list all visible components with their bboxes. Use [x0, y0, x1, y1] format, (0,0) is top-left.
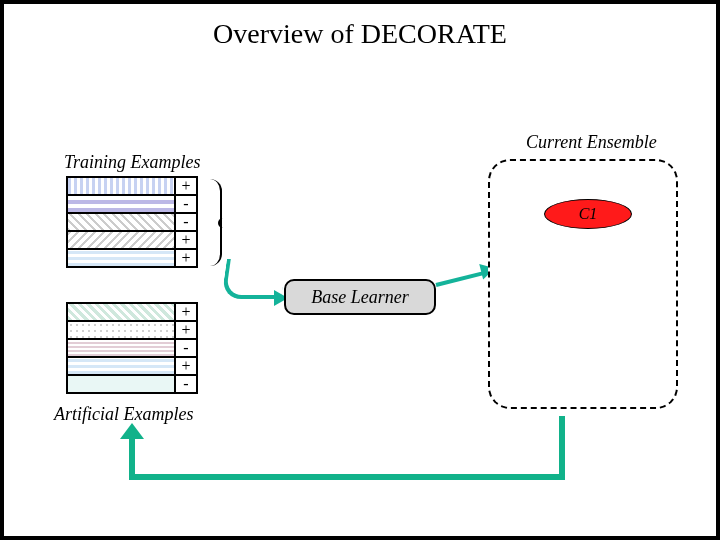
- sign-cell: +: [175, 303, 197, 321]
- return-arrow-segment-icon: [559, 416, 565, 480]
- pattern-cell: [67, 303, 175, 321]
- current-ensemble-label: Current Ensemble: [526, 132, 657, 153]
- sign-cell: +: [175, 249, 197, 267]
- return-arrow-head-icon: [120, 423, 144, 439]
- pattern-cell: [67, 195, 175, 213]
- sign-cell: +: [175, 357, 197, 375]
- table-row: +: [67, 177, 197, 195]
- ensemble-container: [488, 159, 678, 409]
- sign-cell: -: [175, 375, 197, 393]
- return-arrow-segment-icon: [129, 436, 135, 480]
- pattern-cell: [67, 249, 175, 267]
- base-learner-box: Base Learner: [284, 279, 436, 315]
- return-arrow-segment-icon: [129, 474, 565, 480]
- sign-cell: -: [175, 195, 197, 213]
- table-row: +: [67, 249, 197, 267]
- sign-cell: +: [175, 177, 197, 195]
- page-title: Overview of DECORATE: [4, 18, 716, 50]
- sign-cell: -: [175, 213, 197, 231]
- sign-cell: +: [175, 231, 197, 249]
- table-row: -: [67, 375, 197, 393]
- sign-cell: +: [175, 321, 197, 339]
- training-examples-label: Training Examples: [64, 152, 201, 173]
- artificial-examples-table: + + - + -: [66, 302, 198, 394]
- table-row: -: [67, 339, 197, 357]
- table-row: +: [67, 231, 197, 249]
- pattern-cell: [67, 357, 175, 375]
- pattern-cell: [67, 213, 175, 231]
- arrow-to-ensemble-icon: [436, 271, 485, 287]
- table-row: -: [67, 195, 197, 213]
- table-row: +: [67, 303, 197, 321]
- pattern-cell: [67, 321, 175, 339]
- artificial-examples-label: Artificial Examples: [54, 404, 193, 425]
- sign-cell: -: [175, 339, 197, 357]
- pattern-cell: [67, 177, 175, 195]
- table-row: +: [67, 357, 197, 375]
- pattern-cell: [67, 375, 175, 393]
- pattern-cell: [67, 231, 175, 249]
- ensemble-member-c1: C1: [544, 199, 632, 229]
- diagram-canvas: Overview of DECORATE Training Examples A…: [0, 0, 720, 540]
- brace-icon: [202, 179, 222, 266]
- table-row: -: [67, 213, 197, 231]
- pattern-cell: [67, 339, 175, 357]
- table-row: +: [67, 321, 197, 339]
- training-examples-table: + - - + +: [66, 176, 198, 268]
